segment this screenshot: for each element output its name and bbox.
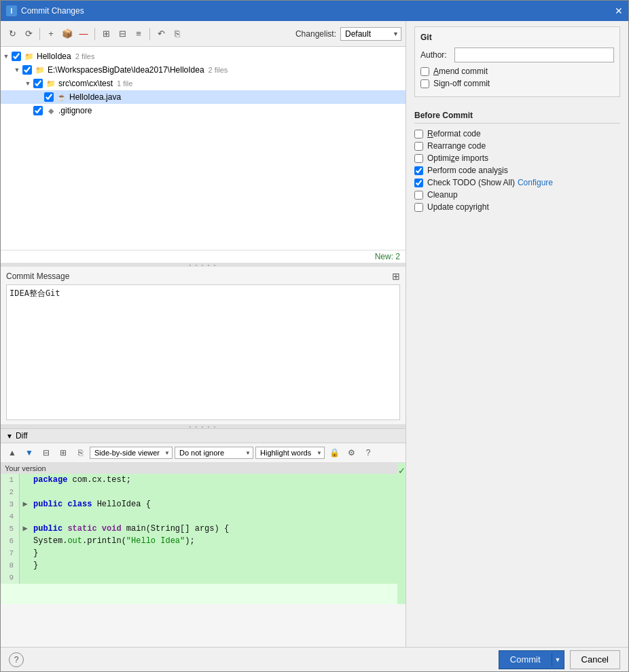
commit-button[interactable]: Commit ▼	[499, 650, 564, 669]
close-button[interactable]: ✕	[615, 5, 623, 16]
title-bar-left: I Commit Changes	[6, 5, 84, 16]
expand-all-btn[interactable]: ⊟	[115, 26, 130, 41]
line-content-5: public static void main(String[] args) {	[31, 523, 397, 535]
code-line-6: 6 System.out.println("Hello Idea");	[1, 535, 397, 547]
author-row: Author:	[420, 48, 614, 62]
checkbox-path[interactable]	[22, 65, 32, 75]
cleanup-row: Cleanup	[414, 190, 620, 200]
ignore-dropdown[interactable]: Do not ignore Ignore whitespace	[175, 447, 253, 459]
commit-message-label: Commit Message	[6, 272, 69, 281]
checkbox-src[interactable]	[33, 79, 43, 88]
configure-link[interactable]: Configure	[518, 178, 553, 187]
group-btn[interactable]: ⊞	[98, 26, 113, 41]
amend-commit-checkbox[interactable]	[420, 67, 429, 76]
signoff-commit-checkbox[interactable]	[420, 79, 429, 88]
left-panel: ↻ ⟳ + 📦 — ⊞ ⊟ ≡ ↶ ⎘ Changelist: Default	[1, 21, 406, 647]
sep3	[149, 28, 150, 40]
add-btn[interactable]: +	[43, 26, 58, 41]
line-num-9: 9	[1, 572, 20, 584]
tree-label-src: src\com\cx\test	[58, 79, 113, 88]
viewer-dropdown[interactable]: Side-by-side viewer Unified viewer	[90, 447, 173, 459]
tree-item-helloidea-root[interactable]: ▼ 📁 HelloIdea 2 files	[1, 50, 406, 63]
tree-count-helloidea-root: 2 files	[75, 52, 95, 60]
author-label: Author:	[420, 50, 454, 60]
highlight-dropdown[interactable]: Highlight words Highlight lines No highl…	[255, 447, 325, 459]
folder-icon: 📁	[24, 51, 35, 62]
line-num-4: 4	[1, 510, 20, 523]
diff-prev-btn[interactable]: ⊟	[39, 445, 54, 460]
line-arrow-3: ▶	[20, 498, 31, 510]
tree-item-src[interactable]: ▼ 📁 src\com\cx\test 1 file	[1, 77, 406, 90]
commit-message-input[interactable]: IDEA整合Git	[6, 284, 400, 420]
diff-help-btn[interactable]: ?	[361, 445, 376, 460]
collapse-all-btn[interactable]: ≡	[131, 26, 146, 41]
tree-count-src: 1 file	[117, 79, 132, 88]
diff-header-label: Diff	[16, 431, 28, 441]
sep2	[94, 28, 95, 40]
analyze-checkbox[interactable]	[414, 166, 423, 175]
code-line-9: 9	[1, 572, 397, 584]
diff-next-btn[interactable]: ⊞	[56, 445, 71, 460]
commit-button-label: Commit	[499, 654, 552, 666]
cleanup-checkbox[interactable]	[414, 191, 423, 200]
checkbox-gitignore[interactable]	[33, 106, 43, 115]
update-btn[interactable]: ⟳	[21, 26, 36, 41]
diff-header[interactable]: ▼ Diff	[1, 428, 406, 443]
help-button[interactable]: ?	[9, 652, 24, 667]
checkbox-java[interactable]	[44, 92, 54, 102]
reformat-row: Reformat code	[414, 129, 620, 138]
update-copyright-label: Update copyright	[427, 202, 489, 212]
analyze-label: Perform code analysis	[427, 166, 508, 175]
signoff-commit-label: Sign-off commit	[433, 79, 490, 88]
title-bar: I Commit Changes ✕	[1, 1, 628, 21]
changelist-dropdown[interactable]: Default	[340, 27, 401, 41]
optimize-label: Optimize imports	[427, 153, 488, 163]
diff-scrollbar: ✓	[397, 463, 406, 604]
check-todo-label: Check TODO (Show All)	[427, 178, 515, 187]
checkbox-helloidea-root[interactable]	[12, 52, 21, 61]
sep1	[39, 28, 40, 40]
cleanup-label: Cleanup	[427, 190, 458, 200]
commit-message-section: Commit Message ⊞ IDEA整合Git	[1, 267, 406, 424]
update-copyright-row: Update copyright	[414, 202, 620, 212]
update-copyright-checkbox[interactable]	[414, 203, 423, 212]
git-section: Git Author: Amend commit Sign-off commit	[414, 26, 620, 97]
cancel-button[interactable]: Cancel	[570, 650, 620, 669]
optimize-row: Optimize imports	[414, 153, 620, 163]
diff-lock-btn[interactable]: 🔒	[327, 445, 342, 460]
right-panel: Git Author: Amend commit Sign-off commit…	[406, 21, 628, 647]
code-line-1: 1 package com.cx.test;	[1, 474, 397, 486]
copy-btn[interactable]: ⎘	[170, 26, 185, 41]
undo-btn[interactable]: ↶	[154, 26, 168, 41]
rearrange-checkbox[interactable]	[414, 142, 423, 151]
java-icon: ☕	[56, 92, 67, 102]
diff-down-btn[interactable]: ▼	[22, 445, 37, 460]
check-todo-row: Check TODO (Show All) Configure	[414, 178, 620, 187]
amend-commit-row: Amend commit	[420, 67, 614, 76]
diff-collapse-icon: ▼	[6, 432, 13, 440]
tree-count-path: 2 files	[209, 66, 228, 74]
line-num-6: 6	[1, 535, 20, 547]
optimize-checkbox[interactable]	[414, 154, 423, 163]
diff-copy-btn[interactable]: ⎘	[73, 445, 88, 460]
commit-msg-icon: ⊞	[392, 271, 400, 282]
tree-label-java: HelloIdea.java	[69, 92, 121, 102]
remove-btn[interactable]: —	[76, 26, 91, 41]
commit-dropdown-arrow[interactable]: ▼	[552, 654, 564, 666]
refresh-btn[interactable]: ↻	[5, 26, 20, 41]
tree-item-helloidea-java[interactable]: ☕ HelloIdea.java	[1, 90, 406, 104]
line-content-8: }	[31, 559, 397, 572]
commit-message-header: Commit Message ⊞	[6, 271, 400, 282]
diff-settings-btn[interactable]: ⚙	[344, 445, 359, 460]
move-btn[interactable]: 📦	[60, 26, 75, 41]
author-input[interactable]	[454, 48, 614, 62]
changelist-label: Changelist:	[295, 29, 336, 39]
git-icon: ◆	[46, 105, 56, 116]
viewer-dropdown-wrapper: Side-by-side viewer Unified viewer ▼	[90, 447, 173, 459]
tree-item-gitignore[interactable]: ◆ .gitignore	[1, 104, 406, 117]
diff-up-btn[interactable]: ▲	[5, 445, 20, 460]
check-todo-checkbox[interactable]	[414, 179, 423, 187]
code-line-3: 3 ▶ public class HelloIdea {	[1, 498, 397, 510]
reformat-checkbox[interactable]	[414, 130, 423, 138]
tree-item-path[interactable]: ▼ 📁 E:\WorkspacesBigDate\Idea2017\HelloI…	[1, 63, 406, 77]
